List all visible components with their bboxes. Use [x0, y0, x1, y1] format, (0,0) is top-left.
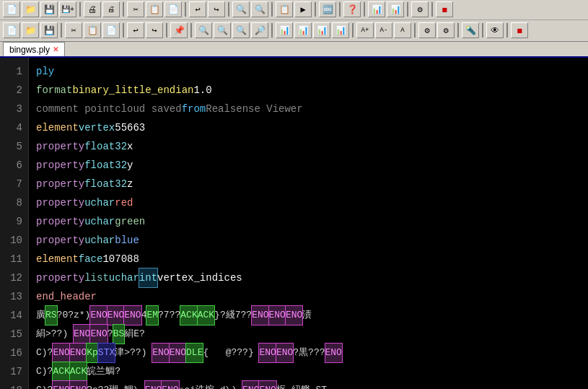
settings3-btn[interactable]: ⚙	[437, 22, 455, 38]
line-num-5: 5	[6, 137, 22, 156]
line-num-2: 2	[6, 81, 22, 100]
chart2-btn[interactable]: 📊	[387, 1, 404, 17]
line18-eno5: ENO	[242, 381, 259, 389]
open2-btn[interactable]: 📁	[22, 22, 39, 38]
line16-eno1: ENO	[53, 344, 69, 362]
highlight-btn[interactable]: 🔦	[462, 22, 479, 38]
line8-val: red	[115, 193, 133, 212]
print-btn[interactable]: 🖨	[84, 1, 101, 17]
tab-bingws[interactable]: bingws.ply ✕	[3, 42, 65, 56]
line14-eno6: ENO	[286, 306, 302, 325]
view-btn[interactable]: 👁	[486, 22, 504, 38]
sep12	[123, 23, 124, 38]
search3-btn[interactable]: 🔍	[232, 22, 250, 38]
line3-from: from	[182, 100, 206, 118]
line6-val: y	[127, 156, 133, 175]
redo-btn[interactable]: ↪	[208, 1, 225, 17]
line16-text4: ?黒???	[293, 344, 325, 362]
find-btn[interactable]: 🔍	[232, 1, 250, 17]
tab-close-icon[interactable]: ✕	[53, 45, 58, 53]
line16-text1: C)?	[36, 344, 53, 362]
toolbar: 📄 📁 💾 💾+ 🖨 🖨 ✂ 📋 📄 ↩ ↪ 🔍 🔍 📋 ▶ 🔤 ❓ 📊 📊 ⚙…	[0, 0, 588, 42]
stop2-btn[interactable]: ◼	[511, 22, 528, 38]
sep6	[315, 2, 316, 17]
line16-dle: DLE	[186, 344, 203, 362]
search1-btn[interactable]: 🔍	[195, 22, 212, 38]
line9-type: uchar	[84, 212, 115, 231]
line15-bs: BS	[113, 325, 125, 344]
print2-btn[interactable]: 🖨	[102, 1, 120, 17]
chart4-btn[interactable]: 📊	[294, 22, 312, 38]
line18-eno4: ENO	[162, 381, 178, 389]
line5-type: float32	[84, 137, 127, 156]
stop-btn[interactable]: ◼	[436, 1, 453, 17]
restore-btn[interactable]: A	[394, 22, 411, 38]
chart3-btn[interactable]: 📊	[276, 22, 293, 38]
line14-ack2: ACK	[198, 306, 214, 325]
search2-btn[interactable]: 🔍	[214, 22, 231, 38]
line2-value: binary_little_endian	[72, 81, 193, 100]
line-numbers: 1 2 3 4 5 6 7 8 9 10 11 12 13 14 15 16 1…	[0, 58, 29, 389]
chart6-btn[interactable]: 📊	[332, 22, 349, 38]
line17-ack1: ACK	[53, 362, 69, 381]
line14-rs: RS	[45, 306, 57, 325]
settings-btn[interactable]: ⚙	[411, 1, 429, 17]
line-num-15: 15	[6, 325, 22, 344]
save2-btn[interactable]: 💾	[40, 22, 58, 38]
line10-type: uchar	[84, 231, 115, 250]
line-num-18: 18	[6, 381, 22, 389]
line18-text4: 枢~紐艦–ST	[276, 381, 327, 389]
chart5-btn[interactable]: 📊	[313, 22, 330, 38]
new-btn[interactable]: 📄	[3, 1, 20, 17]
undo-btn[interactable]: ↩	[189, 1, 206, 17]
line8-type: uchar	[84, 193, 115, 212]
code-line-3: comment pointcloud saved from Realsense …	[36, 100, 581, 118]
line4-type: vertex	[79, 118, 115, 137]
line18-eno2: ENO	[70, 381, 87, 389]
line-num-14: 14	[6, 306, 22, 325]
open-btn[interactable]: 📁	[22, 1, 39, 17]
settings2-btn[interactable]: ⚙	[418, 22, 436, 38]
line9-val: green	[115, 212, 145, 231]
line4-kw: element	[36, 118, 79, 137]
copy2-btn[interactable]: 📋	[84, 22, 101, 38]
help-btn[interactable]: ❓	[343, 1, 361, 17]
toolbar-row1: 📄 📁 💾 💾+ 🖨 🖨 ✂ 📋 📄 ↩ ↪ 🔍 🔍 📋 ▶ 🔤 ❓ 📊 📊 ⚙…	[0, 0, 588, 20]
line18-text2: ?o?3瑚–鯛\	[87, 381, 145, 389]
pin-btn[interactable]: 📌	[170, 22, 188, 38]
save-all-btn[interactable]: 💾+	[59, 1, 76, 17]
paste2-btn[interactable]: 📄	[102, 22, 120, 38]
paste-btn[interactable]: 📄	[164, 1, 182, 17]
cut2-btn[interactable]: ✂	[65, 22, 82, 38]
line13-content: end_header	[36, 287, 97, 306]
new2-btn[interactable]: 📄	[3, 22, 20, 38]
line5-kw: property	[36, 137, 84, 156]
chart1-btn[interactable]: 📊	[368, 1, 385, 17]
editor[interactable]: 1 2 3 4 5 6 7 8 9 10 11 12 13 14 15 16 1…	[0, 58, 588, 389]
code-line-10: property uchar blue	[36, 231, 581, 250]
find2-btn[interactable]: 🔍	[251, 1, 268, 17]
sep4	[228, 2, 229, 17]
line12-uchar: uchar	[109, 268, 139, 287]
macro-btn[interactable]: 📋	[276, 1, 293, 17]
line18-eno1: ENO	[53, 381, 69, 389]
line18-text3: ∩ai洗椀–d\)	[179, 381, 242, 389]
line15-text2: ?	[107, 325, 113, 344]
code-line-15: 絹>??) ENO ENO ? BS 絹E?	[36, 325, 581, 344]
undo2-btn[interactable]: ↩	[127, 22, 144, 38]
macro2-btn[interactable]: ▶	[294, 1, 312, 17]
sep17	[414, 23, 416, 38]
font1-btn[interactable]: A+	[356, 22, 374, 38]
line-num-1: 1	[6, 62, 22, 81]
zoom-btn[interactable]: 🔎	[251, 22, 268, 38]
redo2-btn[interactable]: ↪	[146, 22, 163, 38]
cut-btn[interactable]: ✂	[127, 1, 144, 17]
line15-eno1: ENO	[74, 325, 90, 344]
copy-btn[interactable]: 📋	[146, 1, 163, 17]
lang-btn[interactable]: 🔤	[319, 1, 336, 17]
font2-btn[interactable]: A-	[375, 22, 392, 38]
code-lines[interactable]: ply format binary_little_endian 1.0 comm…	[29, 58, 588, 389]
code-line-18: C)? ENO ENO ?o?3瑚–鯛\ ENO ENO ∩ai洗椀–d\) E…	[36, 381, 581, 389]
line7-val: z	[127, 175, 133, 193]
save-btn[interactable]: 💾	[40, 1, 58, 17]
